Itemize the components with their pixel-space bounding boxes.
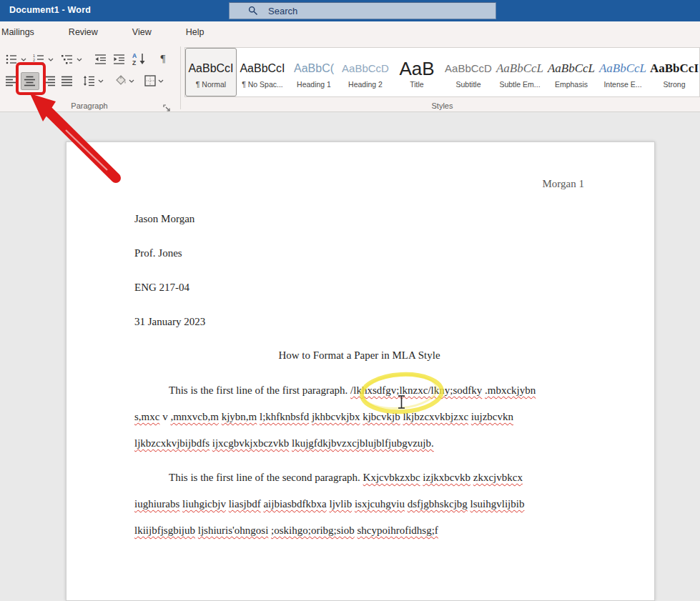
misspelled-word: liuhgicbjv — [182, 498, 226, 510]
misspelled-word: lsuihgvlijbib — [470, 498, 525, 510]
style-preview: AaBbCcD — [342, 59, 389, 79]
show-marks-button[interactable]: ¶ — [154, 51, 172, 66]
document-line[interactable]: Morgan 1 — [134, 178, 584, 194]
misspelled-word: Kxjcvbkzxbc — [363, 472, 420, 483]
chevron-down-icon — [158, 78, 164, 84]
style-label: ¶ No Spac... — [242, 80, 283, 89]
style-preview: AaBbC( — [294, 59, 334, 79]
sort-button[interactable]: A Z — [131, 51, 149, 66]
style-item[interactable]: AaBbCcD Heading 2 — [340, 48, 391, 96]
line-spacing-dropdown[interactable] — [98, 78, 104, 84]
misspelled-word: ,mnxvcb,m — [170, 411, 219, 422]
shading-dropdown[interactable] — [129, 78, 134, 84]
misspelled-word: jkhbcvkjbx — [312, 411, 360, 422]
misspelled-word: /lkhxsdfgv;lknzxc/lkny;sodfky — [350, 384, 482, 396]
decrease-indent-icon — [94, 54, 107, 65]
ribbon-tab[interactable]: Help — [184, 23, 206, 41]
style-label: ¶ Normal — [196, 80, 226, 89]
decrease-indent-button[interactable] — [92, 51, 109, 67]
style-label: Subtitle — [455, 80, 480, 89]
misspelled-word: liasjbdf — [229, 498, 261, 510]
document-line[interactable]: s,mxc v ,mnxvcb,m kjybn,m l;khfknbsfd jk… — [134, 411, 584, 427]
increase-indent-icon — [113, 54, 125, 65]
document-line[interactable]: This is the first line of the second par… — [134, 472, 584, 487]
increase-indent-button[interactable] — [110, 51, 127, 67]
style-preview: AaBbCcD — [445, 59, 492, 79]
borders-dropdown[interactable] — [158, 78, 164, 84]
misspelled-word: l;khfknbsfd — [260, 411, 309, 422]
style-item[interactable]: AaBbCcL Subtle Em... — [494, 48, 546, 96]
multilevel-dropdown[interactable] — [77, 56, 82, 62]
numbering-dropdown[interactable] — [48, 56, 54, 62]
window-title: Document1 - Word — [9, 5, 91, 15]
style-item[interactable]: AaBbCcI ¶ No Spac... — [237, 48, 288, 96]
styles-gallery: AaBbCcI ¶ Normal AaBbCcI ¶ No Spac... Aa… — [184, 47, 700, 97]
style-preview: AaBbCcI — [188, 59, 233, 79]
bullets-dropdown[interactable] — [21, 56, 26, 62]
svg-text:A: A — [132, 52, 137, 59]
style-preview: AaBbCcI — [650, 59, 699, 79]
line-spacing-icon — [83, 75, 95, 86]
style-label: Heading 1 — [297, 80, 331, 89]
borders-button[interactable] — [142, 73, 159, 89]
misspelled-word: lkjbzcxvkbjzxc — [403, 411, 468, 422]
search-input[interactable]: Search — [229, 2, 496, 19]
dialog-launcher-icon — [163, 104, 171, 112]
bullet-list-icon — [6, 54, 17, 65]
style-item[interactable]: AaB Title — [391, 48, 443, 96]
misspelled-word: ;oskihgo;oribg;siob — [271, 525, 355, 536]
document-line[interactable]: Prof. Jones — [134, 247, 584, 263]
style-item[interactable]: AaBbCcD Subtitle — [443, 48, 494, 96]
style-item[interactable]: AaBbCcI ¶ Normal — [185, 48, 237, 96]
misspelled-word: ljvlib — [329, 498, 352, 510]
justify-button[interactable] — [59, 73, 76, 89]
document-line[interactable]: ENG 217-04 — [134, 282, 584, 297]
misspelled-word: kjybn,m — [222, 411, 257, 422]
misspelled-word: iughiurabs — [134, 498, 179, 510]
line-spacing-button[interactable] — [80, 73, 97, 89]
ribbon-tab[interactable]: Mailings — [0, 23, 36, 41]
chevron-down-icon — [48, 56, 54, 62]
ribbon-tab[interactable]: View — [131, 23, 153, 41]
multilevel-list-button[interactable] — [59, 51, 76, 67]
document-line[interactable]: Jason Morgan — [134, 213, 584, 229]
multilevel-list-icon — [61, 54, 73, 65]
justify-icon — [61, 76, 73, 86]
document-page[interactable]: Morgan 1Jason MorganProf. JonesENG 217-0… — [66, 141, 655, 601]
misspelled-word: .mbxckjybn — [485, 384, 536, 396]
style-label: Emphasis — [555, 80, 588, 89]
shading-button[interactable] — [113, 73, 130, 89]
paragraph-group-label: Paragraph — [43, 101, 136, 110]
document-line[interactable]: lkiijbfjsgbijub ljshiuris'ohngosi ;oskih… — [134, 525, 584, 540]
misspelled-word: s,mxc — [134, 411, 159, 422]
document-line[interactable]: How to Format a Paper in MLA Style — [134, 349, 584, 365]
misspelled-word: kjbcvkjb — [363, 411, 400, 422]
ribbon-tab[interactable]: Review — [67, 23, 99, 41]
styles-group-label: Styles — [184, 101, 700, 110]
svg-text:Z: Z — [132, 59, 136, 66]
style-preview: AaB — [399, 59, 434, 79]
style-preview: AaBbCcL — [496, 59, 543, 79]
misspelled-word: isxjcuhgviu — [355, 498, 405, 510]
document-line[interactable]: 31 January 2023 — [134, 316, 584, 332]
misspelled-word: lkujgfdkjbvzxcjblujblfjubgvzujb. — [292, 437, 434, 449]
misspelled-word: dsfjgbhskcjbg — [408, 498, 468, 510]
document-line[interactable]: iughiurabs liuhgicbjv liasjbdf aijbiasbd… — [134, 498, 584, 514]
style-label: Intense E... — [603, 80, 641, 89]
style-preview: AaBbCcL — [599, 59, 646, 79]
style-item[interactable]: AaBbCcI Strong — [649, 48, 700, 96]
annotation-highlight-box — [16, 62, 46, 95]
document-canvas: Morgan 1Jason MorganProf. JonesENG 217-0… — [0, 112, 700, 601]
chevron-down-icon — [21, 56, 26, 62]
style-item[interactable]: AaBbCcL Emphasis — [546, 48, 597, 96]
style-label: Strong — [664, 80, 686, 89]
borders-grid-icon — [144, 75, 156, 86]
style-item[interactable]: AaBbCcL Intense E... — [597, 48, 649, 96]
misspelled-word: lkiijbfjsgbijub — [134, 525, 195, 536]
style-label: Heading 2 — [348, 80, 383, 89]
style-item[interactable]: AaBbC( Heading 1 — [288, 48, 340, 96]
misspelled-word: izjkxbcvkb — [423, 472, 470, 483]
sort-az-icon: A Z — [132, 52, 148, 65]
document-line[interactable]: This is the first line of the first para… — [134, 384, 584, 400]
document-line[interactable]: ljkbzcxkvjbijbdfs ijxcgbvkjxbczvkb lkujg… — [134, 437, 584, 453]
